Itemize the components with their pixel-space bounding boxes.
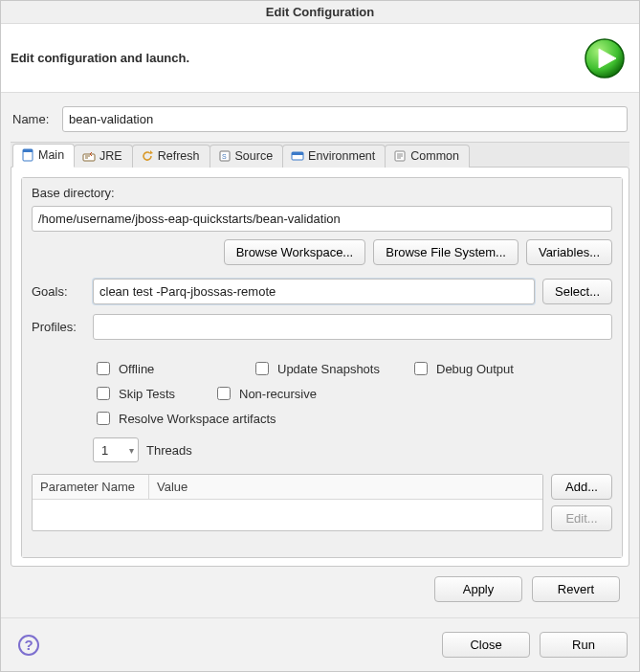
environment-icon [291, 149, 304, 163]
tab-refresh[interactable]: Refresh [132, 145, 210, 168]
svg-text:S: S [222, 153, 227, 160]
base-directory-input[interactable] [32, 206, 612, 232]
tab-environment[interactable]: Environment [282, 145, 386, 168]
tab-label: Main [38, 148, 64, 162]
non-recursive-checkbox[interactable]: Non-recursive [213, 384, 347, 403]
resolve-workspace-checkbox[interactable]: Resolve Workspace artifacts [93, 409, 342, 428]
source-icon: S [218, 149, 232, 163]
name-input[interactable] [62, 106, 628, 132]
close-button[interactable]: Close [442, 632, 530, 658]
tab-label: JRE [99, 149, 122, 163]
base-directory-label: Base directory: [32, 186, 612, 200]
debug-output-checkbox[interactable]: Debug Output [410, 359, 544, 378]
browse-workspace-button[interactable]: Browse Workspace... [224, 239, 366, 265]
check-label: Non-recursive [239, 387, 317, 401]
tab-label: Common [410, 149, 459, 163]
skip-tests-checkbox[interactable]: Skip Tests [93, 384, 188, 403]
title-bar: Edit Configuration [1, 1, 639, 24]
tab-main[interactable]: Main [12, 144, 75, 168]
tab-strip: Main JRE Refresh S Source [11, 142, 629, 167]
parameters-column-value: Value [149, 475, 542, 499]
chevron-down-icon: ▾ [129, 445, 134, 456]
main-panel: Base directory: Browse Workspace... Brow… [22, 178, 622, 557]
goals-input[interactable] [93, 279, 535, 304]
threads-spinner[interactable]: 1 ▾ [93, 437, 139, 462]
check-label: Offline [119, 362, 154, 376]
name-label: Name: [12, 112, 55, 126]
help-icon[interactable]: ? [18, 635, 39, 656]
apply-button[interactable]: Apply [434, 576, 522, 602]
check-label: Update Snapshots [277, 362, 380, 376]
document-icon [21, 148, 34, 162]
threads-value: 1 [101, 443, 108, 458]
revert-button[interactable]: Revert [532, 576, 620, 602]
check-label: Resolve Workspace artifacts [119, 412, 276, 426]
parameter-edit-button[interactable]: Edit... [551, 505, 612, 531]
svg-marker-5 [150, 150, 153, 154]
tab-common[interactable]: Common [385, 145, 470, 168]
threads-label: Threads [146, 443, 192, 458]
offline-checkbox[interactable]: Offline [93, 359, 227, 378]
run-icon [584, 37, 626, 79]
tab-label: Source [235, 149, 274, 163]
tab-label: Refresh [158, 149, 200, 163]
update-snapshots-checkbox[interactable]: Update Snapshots [252, 359, 386, 378]
profiles-input[interactable] [93, 314, 612, 340]
parameters-column-name: Parameter Name [33, 475, 149, 499]
variables-button[interactable]: Variables... [526, 239, 612, 265]
goals-label: Goals: [32, 284, 85, 299]
tab-jre[interactable]: JRE [74, 145, 133, 168]
check-label: Skip Tests [119, 387, 175, 401]
profiles-label: Profiles: [32, 320, 85, 334]
tab-source[interactable]: S Source [210, 145, 284, 168]
common-icon [393, 149, 407, 163]
run-button[interactable]: Run [540, 632, 628, 658]
tab-label: Environment [308, 149, 375, 163]
check-label: Debug Output [436, 362, 514, 376]
svg-rect-3 [23, 149, 33, 152]
banner: Edit configuration and launch. [1, 24, 639, 93]
browse-filesystem-button[interactable]: Browse File System... [373, 239, 519, 265]
jre-icon [82, 149, 96, 163]
refresh-icon [141, 149, 154, 163]
window-title: Edit Configuration [266, 5, 374, 19]
svg-rect-4 [83, 154, 95, 161]
goals-select-button[interactable]: Select... [542, 279, 612, 304]
svg-rect-9 [292, 152, 303, 155]
banner-message: Edit configuration and launch. [11, 51, 189, 65]
parameters-table[interactable]: Parameter Name Value [32, 474, 543, 531]
parameter-add-button[interactable]: Add... [551, 474, 612, 500]
